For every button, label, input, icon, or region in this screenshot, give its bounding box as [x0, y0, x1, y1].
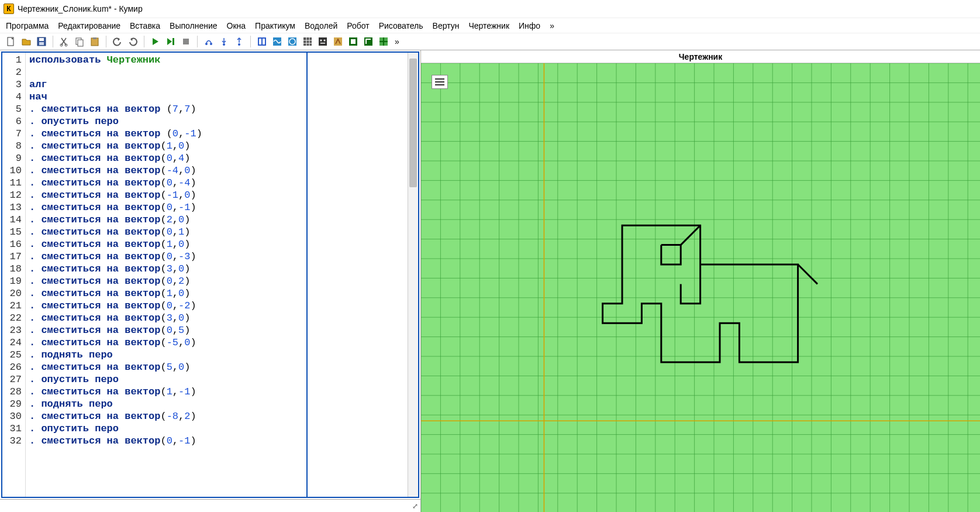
code-line[interactable]: . сместиться на вектор(0,-2) [29, 300, 404, 312]
undo-button[interactable] [111, 35, 124, 48]
menu-item[interactable]: Редактирование [58, 21, 120, 30]
svg-rect-23 [319, 37, 327, 46]
code-line[interactable]: . сместиться на вектор(5,0) [29, 361, 404, 373]
code-line[interactable]: . сместиться на вектор(-1,0) [29, 189, 404, 201]
code-line[interactable]: . сместиться на вектор (7,7) [29, 103, 404, 115]
stop-button[interactable] [180, 35, 192, 48]
code-line[interactable]: . сместиться на вектор(-5,0) [29, 336, 404, 349]
code-line[interactable]: . сместиться на вектор(1,0) [29, 287, 404, 300]
svg-rect-29 [351, 39, 356, 44]
code-line[interactable] [29, 66, 404, 78]
svg-rect-18 [263, 39, 265, 44]
svg-rect-26 [320, 43, 325, 44]
code-line[interactable]: . сместиться на вектор(-8,2) [29, 410, 404, 422]
code-line[interactable]: . сместиться на вектор(0,1) [29, 226, 404, 238]
cut-button[interactable] [58, 35, 71, 48]
run-step-button[interactable] [164, 35, 177, 48]
menu-item[interactable]: Робот [347, 21, 369, 30]
svg-rect-10 [172, 38, 174, 45]
open-file-button[interactable] [20, 35, 33, 48]
menu-item[interactable]: Вертун [433, 21, 460, 30]
svg-point-15 [238, 43, 240, 46]
code-line[interactable]: . сместиться на вектор(0,5) [29, 324, 404, 336]
menu-item[interactable]: Вставка [130, 21, 160, 30]
toolbar-separator [106, 36, 106, 47]
svg-point-14 [223, 43, 225, 46]
code-line[interactable]: . поднять перо [29, 349, 404, 361]
menu-item[interactable]: Инфо [519, 21, 540, 30]
code-editor[interactable]: использовать Чертежник алгнач. сместитьс… [26, 53, 408, 497]
expand-icon[interactable]: ⤢ [412, 502, 418, 510]
svg-rect-17 [259, 39, 261, 44]
svg-rect-22 [303, 37, 312, 46]
code-line[interactable]: . сместиться на вектор(3,0) [29, 312, 404, 324]
editor-midline [306, 53, 308, 497]
module-7-button[interactable] [347, 35, 360, 48]
save-file-button[interactable] [35, 35, 48, 48]
code-line[interactable]: . опустить перо [29, 422, 404, 435]
new-file-button[interactable] [5, 35, 18, 48]
code-line[interactable]: . опустить перо [29, 115, 404, 128]
code-line[interactable]: . сместиться на вектор(2,0) [29, 214, 404, 226]
code-line[interactable]: . сместиться на вектор(1,-1) [29, 386, 404, 398]
code-line[interactable]: . сместиться на вектор(3,0) [29, 263, 404, 275]
redo-button[interactable] [126, 35, 139, 48]
toolbar: » [0, 33, 980, 50]
svg-point-25 [324, 40, 326, 42]
canvas-pane: Чертежник [421, 50, 980, 512]
menu-item[interactable]: Рисователь [379, 21, 423, 30]
paste-button[interactable] [88, 35, 101, 48]
drawer-canvas[interactable] [421, 63, 980, 512]
svg-point-12 [205, 43, 208, 45]
menu-item[interactable]: Чертежник [468, 21, 509, 30]
code-line[interactable]: . сместиться на вектор(-4,0) [29, 164, 404, 177]
toolbar-more-button[interactable]: » [392, 37, 402, 46]
toolbar-separator [250, 36, 251, 47]
menu-item[interactable]: Практикум [255, 21, 295, 30]
module-2-button[interactable] [271, 35, 284, 48]
module-3-button[interactable] [286, 35, 299, 48]
module-8-button[interactable] [362, 35, 375, 48]
code-line[interactable]: . поднять перо [29, 398, 404, 410]
code-line[interactable]: . сместиться на вектор(0,2) [29, 275, 404, 287]
module-6-button[interactable] [332, 35, 344, 48]
copy-button[interactable] [73, 35, 86, 48]
module-4-button[interactable] [301, 35, 314, 48]
code-line[interactable]: нач [29, 91, 404, 103]
module-1-button[interactable] [256, 35, 268, 48]
code-line[interactable]: . опустить перо [29, 373, 404, 386]
step-into-button[interactable] [218, 35, 230, 48]
editor-pane: 1234567891011121314151617181920212223242… [0, 50, 421, 512]
module-5-button[interactable] [316, 35, 329, 48]
code-line[interactable]: . сместиться на вектор(1,0) [29, 140, 404, 152]
svg-rect-3 [39, 42, 44, 45]
code-line[interactable]: . сместиться на вектор(0,-4) [29, 177, 404, 189]
scrollbar-thumb[interactable] [409, 59, 417, 187]
step-out-button[interactable] [233, 35, 246, 48]
code-line[interactable]: . сместиться на вектор(0,-1) [29, 201, 404, 214]
vertical-scrollbar[interactable] [408, 53, 418, 497]
canvas-title: Чертежник [421, 50, 980, 63]
menu-item[interactable]: Водолей [305, 21, 337, 30]
code-line[interactable]: . сместиться на вектор (0,-1) [29, 128, 404, 140]
code-line[interactable]: использовать Чертежник [29, 54, 404, 66]
code-line[interactable]: . сместиться на вектор(1,0) [29, 238, 404, 250]
menu-item[interactable]: Программа [6, 21, 49, 30]
menu-item[interactable]: Выполнение [170, 21, 217, 30]
svg-rect-9 [93, 37, 96, 39]
app-logo: К [4, 4, 14, 14]
module-9-button[interactable] [377, 35, 390, 48]
run-button[interactable] [149, 35, 162, 48]
svg-rect-7 [78, 40, 83, 46]
canvas-menu-button[interactable] [432, 75, 448, 89]
svg-rect-2 [39, 38, 44, 41]
gutter: 1234567891011121314151617181920212223242… [2, 53, 26, 497]
code-line[interactable]: . сместиться на вектор(0,-3) [29, 250, 404, 263]
code-line[interactable]: алг [29, 78, 404, 91]
step-over-button[interactable] [202, 35, 215, 48]
code-line[interactable]: . сместиться на вектор(0,4) [29, 152, 404, 164]
menu-item[interactable]: Окна [227, 21, 246, 30]
menu-more[interactable]: » [550, 21, 554, 30]
toolbar-separator [53, 36, 53, 47]
code-line[interactable]: . сместиться на вектор(0,-1) [29, 435, 404, 447]
